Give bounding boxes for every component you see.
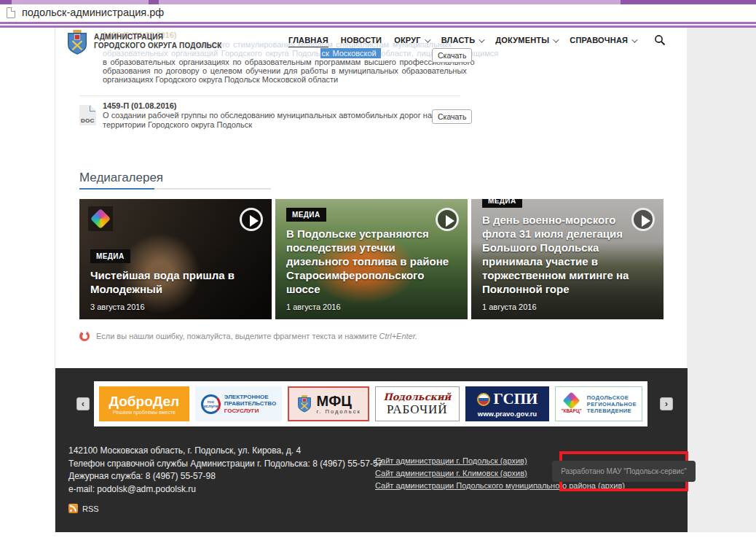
- page-right-margin: [687, 28, 756, 532]
- card-title[interactable]: Чистейшая вода пришла в Молодежный: [90, 268, 261, 296]
- rss-label: RSS: [82, 504, 99, 513]
- card-title[interactable]: В день военно-морского флота 31 июля дел…: [482, 213, 653, 296]
- email-line: e-mail: podolsk@adm.podolsk.ru: [68, 483, 382, 496]
- error-report-text: Если вы нашли ошибку, пожалуйста, выдели…: [96, 332, 417, 340]
- partner-logo-dobrodel[interactable]: ДоброДел Решаем проблемы вместе: [99, 386, 189, 421]
- list-divider: [79, 95, 460, 96]
- doc-file-label: DOC: [81, 117, 95, 124]
- nav-label: СПРАВОЧНАЯ: [570, 36, 628, 44]
- chevron-down-icon: [479, 36, 484, 42]
- doc-file-icon: DOC: [79, 105, 96, 125]
- red-annotation-box: Разработано МАУ "Подольск-сервис": [559, 451, 688, 491]
- document-description: О создании рабочей группы по обследовани…: [103, 111, 432, 129]
- partner-logo-gspi[interactable]: ГСПИ www.pravo.gov.ru: [465, 386, 550, 421]
- media-card[interactable]: МЕДИА В Подольске устраняются последстви…: [275, 199, 468, 319]
- browser-chrome-divider: [0, 22, 756, 28]
- partner-url: www.pravo.gov.ru: [478, 410, 537, 418]
- partner-name: Подольский: [383, 391, 451, 402]
- browser-address-bar[interactable]: подольск-администрация.рф: [0, 4, 756, 22]
- nav-item-spravochnaya[interactable]: СПРАВОЧНАЯ: [570, 36, 636, 47]
- chevron-down-icon: [553, 36, 559, 42]
- card-date: 3 августа 2016: [90, 303, 261, 311]
- media-badge: МЕДИА: [90, 249, 130, 263]
- media-badge: МЕДИА: [482, 199, 522, 208]
- nav-item-dokumenty[interactable]: ДОКУМЕНТЫ: [495, 36, 557, 47]
- screenshot-stage: подольск-администрация.рф 1465-П (01.08.…: [0, 0, 756, 538]
- partner-logo-podolsky-rabochy[interactable]: Подольский РАБОЧИЙ: [375, 386, 460, 421]
- download-button[interactable]: Скачать: [432, 109, 472, 124]
- heading-underline: [79, 188, 271, 190]
- error-text-fragment: Если вы нашли ошибку, пожалуйста, выдели…: [96, 332, 379, 340]
- channel-logo-icon: [88, 206, 113, 231]
- gos-line: ПРАВИТЕЛЬСТВО: [224, 400, 276, 408]
- partner-subtitle: г. Подольск: [317, 408, 361, 415]
- site-title-line1: АДМИНИСТРАЦИЯ: [94, 33, 221, 42]
- page-column: 1465-П (01.08.2016) иального стимулирова…: [55, 28, 687, 532]
- partner-name: ЭЛЕКТРОННОЕ ПРАВИТЕЛЬСТВО ГОСУСЛУГИ: [224, 394, 276, 415]
- nav-label: ОКРУГ: [394, 36, 421, 44]
- document-text-line: образования по договору о целевом обучен…: [103, 66, 467, 75]
- search-icon[interactable]: [654, 34, 666, 46]
- partner-name: МФЦ: [317, 394, 361, 408]
- orphus-icon: [79, 331, 90, 341]
- partner-name: ГСПИ: [494, 390, 538, 408]
- phone-line: Телефон справочной службы Администрации …: [68, 458, 382, 471]
- document-title[interactable]: 1459-П (01.08.2016): [103, 101, 176, 110]
- partner-subtitle: Решаем проблемы вместе: [113, 410, 176, 415]
- gos-circle-text: услуги: [203, 404, 218, 408]
- chevron-down-icon: [631, 36, 637, 42]
- document-text-line: в образовательных организациях по образо…: [103, 58, 475, 66]
- card-content: МЕДИА В день военно-морского флота 31 ию…: [482, 199, 653, 319]
- nav-label: ГЛАВНАЯ: [288, 36, 328, 44]
- partner-subtitle: ПОДОЛЬСКОЕ РЕГИОНАЛЬНОЕ ТЕЛЕВИДЕНИЕ: [587, 394, 637, 414]
- partner-name: РАБОЧИЙ: [387, 402, 448, 417]
- partner-logos-carousel: ДоброДел Решаем проблемы вместе гос услу…: [94, 381, 647, 426]
- gos-line: ГОСУСЛУГИ: [224, 408, 276, 415]
- partner-name: "КВАРЦ": [561, 408, 581, 413]
- nav-item-novosti[interactable]: НОВОСТИ: [341, 36, 382, 47]
- media-badge: МЕДИА: [286, 208, 326, 222]
- developed-by-label: Разработано МАУ "Подольск-сервис": [552, 461, 696, 482]
- media-card[interactable]: МЕДИА Чистейшая вода пришла в Молодежный…: [79, 199, 272, 319]
- nav-item-glavnaya[interactable]: ГЛАВНАЯ: [288, 36, 328, 47]
- play-icon[interactable]: [240, 208, 263, 231]
- site-header: АДМИНИСТРАЦИЯ ГОРОДСКОГО ОКРУГА ПОДОЛЬСК…: [55, 28, 688, 55]
- media-card[interactable]: МЕДИА В день военно-морского флота 31 ию…: [471, 199, 664, 319]
- nav-label: ВЛАСТЬ: [441, 36, 476, 44]
- nav-label: ДОКУМЕНТЫ: [495, 36, 549, 44]
- kvarts-line: РЕГИОНАЛЬНОЕ: [587, 401, 637, 408]
- carousel-prev-icon[interactable]: ‹: [76, 397, 90, 410]
- url-field[interactable]: подольск-администрация.рф: [22, 7, 164, 18]
- site-title-line2: ГОРОДСКОГО ОКРУГА ПОДОЛЬСК: [94, 42, 221, 50]
- gspi-emblem-icon: [477, 393, 490, 406]
- card-title[interactable]: В Подольске устраняются последствия утеч…: [286, 227, 457, 296]
- footer-address-block: 142100 Московская область, г. Подольск, …: [68, 445, 382, 496]
- media-cards-row: МЕДИА Чистейшая вода пришла в Молодежный…: [79, 199, 664, 319]
- rss-link[interactable]: RSS: [68, 504, 99, 513]
- media-gallery-heading: Медиагалерея: [79, 171, 163, 185]
- partner-logo-gosuslugi[interactable]: гос услуги ЭЛЕКТРОННОЕ ПРАВИТЕЛЬСТВО ГОС…: [195, 386, 283, 421]
- error-shortcut: Ctrl+Enter.: [379, 332, 417, 340]
- nav-item-vlast[interactable]: ВЛАСТЬ: [441, 36, 484, 47]
- card-content: МЕДИА Чистейшая вода пришла в Молодежный…: [90, 249, 261, 319]
- page-icon: [7, 7, 15, 18]
- chevron-down-icon: [425, 36, 430, 42]
- kvarts-line: ПОДОЛЬСКОЕ: [587, 394, 637, 401]
- carousel-next-icon[interactable]: ›: [660, 397, 673, 410]
- gem-icon: [90, 208, 111, 229]
- card-content: МЕДИА В Подольске устраняются последстви…: [286, 207, 457, 319]
- partner-logo-mfc[interactable]: МФЦ г. Подольск: [288, 386, 369, 421]
- card-date: 1 августа 2016: [286, 303, 457, 311]
- footer: ‹ ДоброДел Решаем проблемы вместе гос ус…: [55, 368, 688, 532]
- rss-icon: [68, 504, 78, 513]
- partner-logo-kvarts[interactable]: "КВАРЦ" ПОДОЛЬСКОЕ РЕГИОНАЛЬНОЕ ТЕЛЕВИДЕ…: [555, 386, 642, 421]
- gosuslugi-icon: гос услуги: [201, 394, 221, 414]
- mfc-coat-of-arms-icon: [296, 395, 312, 413]
- main-nav: ГЛАВНАЯ НОВОСТИ ОКРУГ ВЛАСТЬ ДОКУМЕНТЫ С…: [288, 36, 636, 47]
- partner-name: ДоброДел: [109, 394, 179, 410]
- kvarts-line: ТЕЛЕВИДЕНИЕ: [587, 408, 637, 414]
- nav-item-okrug[interactable]: ОКРУГ: [394, 36, 429, 47]
- gos-line: ЭЛЕКТРОННОЕ: [224, 394, 276, 401]
- podolsk-coat-of-arms-logo[interactable]: [65, 30, 90, 55]
- site-title: АДМИНИСТРАЦИЯ ГОРОДСКОГО ОКРУГА ПОДОЛЬСК: [94, 33, 221, 50]
